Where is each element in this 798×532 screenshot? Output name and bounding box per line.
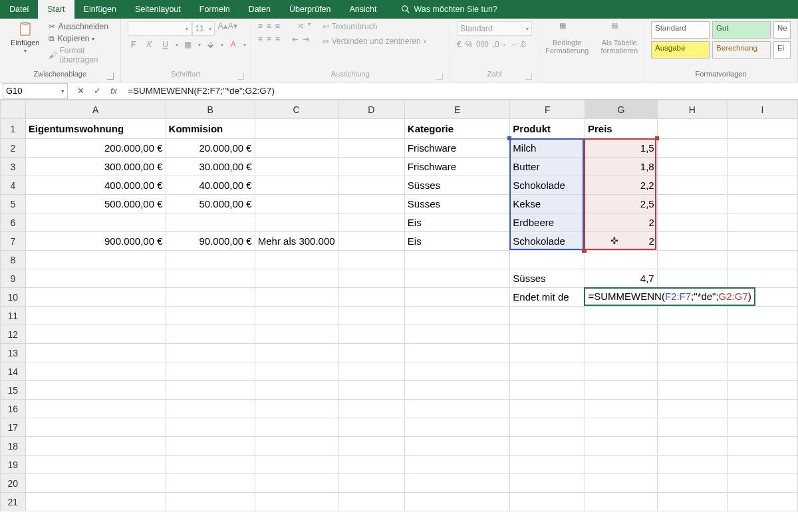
row-header-2[interactable]: 2 — [1, 139, 26, 158]
cell-H6[interactable] — [657, 213, 727, 232]
range-handle[interactable] — [582, 249, 586, 253]
cell-I12[interactable] — [727, 325, 797, 344]
style-standard[interactable]: Standard — [651, 21, 710, 39]
cell-I14[interactable] — [727, 362, 797, 381]
cell-H11[interactable] — [657, 307, 727, 325]
merge-center-button[interactable]: ⇔ Verbinden und zentrieren ▾ — [321, 36, 428, 47]
orientation-icon[interactable]: ⤭ — [297, 21, 304, 31]
row-header-15[interactable]: 15 — [1, 381, 26, 400]
row-header-6[interactable]: 6 — [1, 213, 26, 232]
cell-I16[interactable] — [727, 400, 797, 418]
cell-B4[interactable]: 40.000,00 € — [166, 176, 255, 195]
cell-B2[interactable]: 20.000,00 € — [166, 139, 255, 158]
cell-E6[interactable]: Eis — [404, 213, 510, 232]
row-header-19[interactable]: 19 — [1, 456, 26, 474]
style-gut[interactable]: Gut — [712, 21, 771, 39]
col-header-E[interactable]: E — [404, 100, 510, 119]
cell-C4[interactable] — [255, 176, 338, 195]
col-header-H[interactable]: H — [657, 100, 727, 119]
cell-E20[interactable] — [404, 474, 510, 493]
cell-D10[interactable] — [338, 288, 404, 307]
row-header-7[interactable]: 7 — [1, 232, 26, 251]
cell-H19[interactable] — [657, 456, 727, 474]
cell-D15[interactable] — [338, 381, 404, 400]
cell-F3[interactable]: Butter — [510, 158, 585, 176]
cell-E1[interactable]: Kategorie — [404, 119, 510, 139]
align-bottom-icon[interactable]: ≡ — [275, 21, 280, 31]
cell-B9[interactable] — [166, 269, 255, 288]
cell-G9[interactable]: 4,7 — [585, 269, 657, 288]
align-center-icon[interactable]: ≡ — [267, 35, 271, 44]
col-header-G[interactable]: G — [585, 100, 657, 119]
row-header-1[interactable]: 1 — [1, 119, 26, 139]
cell-D3[interactable] — [338, 158, 404, 176]
cell-G11[interactable] — [585, 307, 657, 325]
align-right-icon[interactable]: ≡ — [275, 35, 280, 44]
tell-me-input[interactable]: Was möchten Sie tun? — [414, 5, 497, 14]
cell-H5[interactable] — [657, 195, 727, 213]
cut-button[interactable]: ✂ Ausschneiden — [47, 21, 113, 32]
cell-G8[interactable] — [585, 251, 657, 269]
cell-F16[interactable] — [510, 400, 585, 418]
cell-C7[interactable]: Mehr als 300.000 — [255, 232, 338, 251]
cell-F1[interactable]: Produkt — [510, 119, 585, 139]
col-header-A[interactable]: A — [25, 100, 166, 119]
cell-H16[interactable] — [657, 400, 727, 418]
cell-F21[interactable] — [510, 493, 585, 511]
cell-B6[interactable] — [166, 213, 255, 232]
cell-H20[interactable] — [657, 474, 727, 493]
cell-F6[interactable]: Erdbeere — [510, 213, 585, 232]
align-middle-icon[interactable]: ≡ — [267, 21, 271, 31]
cell-A4[interactable]: 400.000,00 € — [25, 176, 166, 195]
cell-D11[interactable] — [338, 307, 404, 325]
select-all-corner[interactable] — [1, 100, 26, 119]
cell-F15[interactable] — [510, 381, 585, 400]
cell-H21[interactable] — [657, 493, 727, 511]
cell-F11[interactable] — [510, 307, 585, 325]
cell-B3[interactable]: 30.000,00 € — [166, 158, 255, 176]
cell-H12[interactable] — [657, 325, 727, 344]
increase-font-icon[interactable]: A▴ — [218, 21, 227, 36]
cell-H17[interactable] — [657, 418, 727, 437]
menu-ueberpruefen[interactable]: Überprüfen — [280, 0, 340, 19]
cell-A16[interactable] — [25, 400, 166, 418]
cell-F12[interactable] — [510, 325, 585, 344]
cell-F17[interactable] — [510, 418, 585, 437]
menu-daten[interactable]: Daten — [239, 0, 280, 19]
dialog-launcher-icon[interactable] — [436, 73, 443, 80]
col-header-F[interactable]: F — [510, 100, 585, 119]
cell-G2[interactable]: 1,5 — [585, 139, 657, 158]
cell-A1[interactable]: Eigentumswohnung — [25, 119, 166, 139]
cell-D2[interactable] — [338, 139, 404, 158]
cell-D18[interactable] — [338, 437, 404, 456]
cell-A8[interactable] — [25, 251, 166, 269]
cell-E11[interactable] — [404, 307, 510, 325]
cell-F2[interactable]: Milch — [510, 139, 585, 158]
cell-G20[interactable] — [585, 474, 657, 493]
row-header-20[interactable]: 20 — [1, 474, 26, 493]
cell-C21[interactable] — [255, 493, 338, 511]
cell-H8[interactable] — [657, 251, 727, 269]
cell-E14[interactable] — [404, 362, 510, 381]
row-header-13[interactable]: 13 — [1, 344, 26, 362]
row-header-10[interactable]: 10 — [1, 288, 26, 307]
cell-G1[interactable]: Preis — [585, 119, 657, 139]
cell-D1[interactable] — [338, 119, 404, 139]
style-neutral[interactable]: Ne — [773, 21, 791, 39]
align-top-icon[interactable]: ≡ — [258, 21, 263, 31]
cell-E2[interactable]: Frischware — [404, 139, 510, 158]
format-painter-button[interactable]: 🖌 Format übertragen — [47, 45, 113, 65]
cell-E12[interactable] — [404, 325, 510, 344]
cell-E16[interactable] — [404, 400, 510, 418]
cell-C3[interactable] — [255, 158, 338, 176]
cell-B16[interactable] — [166, 400, 255, 418]
cell-I4[interactable] — [727, 176, 797, 195]
cell-F7[interactable]: Schokolade — [510, 232, 585, 251]
cell-G13[interactable] — [585, 344, 657, 362]
menu-einfuegen[interactable]: Einfügen — [74, 0, 126, 19]
cell-G4[interactable]: 2,2 — [585, 176, 657, 195]
col-header-I[interactable]: I — [727, 100, 797, 119]
dialog-launcher-icon[interactable] — [237, 73, 244, 80]
cell-I15[interactable] — [727, 381, 797, 400]
cell-A9[interactable] — [25, 269, 166, 288]
